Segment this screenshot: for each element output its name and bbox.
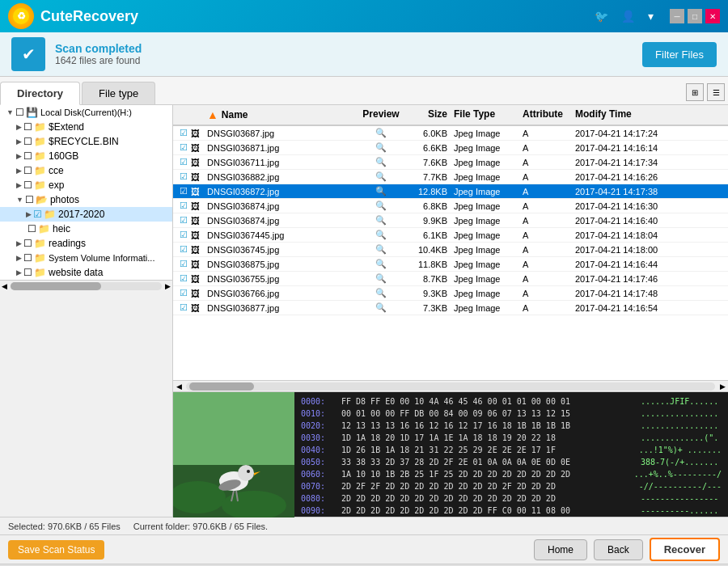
- grid-view-button[interactable]: ⊞: [686, 83, 704, 101]
- home-button[interactable]: Home: [534, 539, 587, 560]
- table-row[interactable]: ☑ 🖼 DNSGI036874.jpg 🔍 9.9KB Jpeg Image A…: [173, 213, 728, 228]
- file-preview[interactable]: 🔍: [357, 288, 405, 298]
- scan-subtitle: 1642 files are found: [55, 55, 642, 66]
- tab-directory[interactable]: Directory: [0, 82, 80, 105]
- preview-icon[interactable]: 🔍: [375, 157, 387, 167]
- preview-icon[interactable]: 🔍: [375, 142, 387, 152]
- file-icon: 🖼: [191, 129, 207, 138]
- minimize-button[interactable]: ─: [670, 9, 684, 23]
- file-list-hscroll[interactable]: ◀ ▶: [173, 380, 728, 391]
- file-preview[interactable]: 🔍: [357, 230, 405, 240]
- file-preview[interactable]: 🔍: [357, 215, 405, 226]
- preview-icon[interactable]: 🔍: [375, 128, 387, 137]
- tree-item-readings[interactable]: ▶ ☐ 📁 readings: [0, 236, 172, 251]
- table-row[interactable]: ☑ 🖼 DNSGI036745.jpg 🔍 10.4KB Jpeg Image …: [173, 243, 728, 257]
- sidebar-scrollbar[interactable]: ◀ ▶: [0, 280, 172, 291]
- file-preview[interactable]: 🔍: [357, 244, 405, 255]
- tree-item-system-volume[interactable]: ▶ ☐ 📁 System Volume Informati...: [0, 251, 172, 265]
- col-header-name[interactable]: ▲ Name: [207, 108, 357, 121]
- col-header-preview[interactable]: Preview: [357, 108, 405, 121]
- preview-icon[interactable]: 🔍: [375, 171, 387, 181]
- back-button[interactable]: Back: [594, 539, 643, 560]
- row-checkbox[interactable]: ☑: [173, 171, 191, 182]
- tab-filetype[interactable]: File type: [82, 82, 155, 104]
- tree-item-heic[interactable]: ☐ 📁 heic: [0, 222, 172, 236]
- file-preview[interactable]: 🔍: [357, 157, 405, 167]
- row-checkbox[interactable]: ☑: [173, 157, 191, 167]
- scroll-right-arrow[interactable]: ▶: [163, 282, 172, 290]
- file-modify: 2017-04-21 14:16:26: [575, 172, 692, 182]
- tree-item-2017-2020[interactable]: ▶ ☑ 📁 2017-2020: [0, 207, 172, 222]
- twitter-icon[interactable]: 🐦: [591, 8, 612, 24]
- file-preview[interactable]: 🔍: [357, 259, 405, 269]
- row-checkbox[interactable]: ☑: [173, 128, 191, 138]
- tree-item-extend[interactable]: ▶ ☐ 📁 $Extend: [0, 120, 172, 134]
- recover-button[interactable]: Recover: [650, 538, 720, 561]
- hscroll-track[interactable]: [186, 382, 715, 391]
- tree-item-recycle[interactable]: ▶ ☐ 📁 $RECYCLE.BIN: [0, 134, 172, 149]
- table-row[interactable]: ☑ 🖼 DNSGI036877.jpg 🔍 7.3KB Jpeg Image A…: [173, 301, 728, 315]
- col-header-attr[interactable]: Attribute: [523, 108, 575, 121]
- file-preview[interactable]: 🔍: [357, 186, 405, 196]
- filter-files-button[interactable]: Filter Files: [642, 42, 717, 67]
- row-checkbox[interactable]: ☑: [173, 244, 191, 255]
- file-preview[interactable]: 🔍: [357, 142, 405, 153]
- table-row[interactable]: ☑ 🖼 DNSGI036874.jpg 🔍 6.8KB Jpeg Image A…: [173, 199, 728, 213]
- sidebar-scroll-thumb[interactable]: [11, 282, 101, 290]
- preview-icon[interactable]: 🔍: [375, 259, 387, 268]
- tree-item-cce[interactable]: ▶ ☐ 📁 cce: [0, 163, 172, 178]
- row-checkbox[interactable]: ☑: [173, 273, 191, 284]
- preview-icon[interactable]: 🔍: [375, 186, 387, 196]
- file-preview[interactable]: 🔍: [357, 171, 405, 182]
- col-header-size[interactable]: Size: [405, 108, 454, 121]
- preview-icon[interactable]: 🔍: [375, 201, 387, 210]
- facebook-icon[interactable]: 👤: [618, 8, 638, 24]
- hscroll-left-arrow[interactable]: ◀: [173, 382, 184, 391]
- scroll-left-arrow[interactable]: ◀: [0, 282, 9, 290]
- file-preview[interactable]: 🔍: [357, 273, 405, 284]
- table-row[interactable]: ☑ 🖼 DNSGI036875.jpg 🔍 11.8KB Jpeg Image …: [173, 257, 728, 272]
- preview-icon[interactable]: 🔍: [375, 215, 387, 225]
- preview-icon[interactable]: 🔍: [375, 273, 387, 283]
- col-header-type[interactable]: File Type: [454, 108, 523, 121]
- row-checkbox[interactable]: ☑: [173, 230, 191, 240]
- tree-item-exp[interactable]: ▶ ☐ 📁 exp: [0, 178, 172, 192]
- maximize-button[interactable]: □: [688, 9, 702, 23]
- col-header-modify[interactable]: Modify Time: [575, 108, 692, 121]
- preview-icon[interactable]: 🔍: [375, 302, 387, 312]
- table-row[interactable]: ☑ 🖼 DNSGI036882.jpg 🔍 7.7KB Jpeg Image A…: [173, 170, 728, 184]
- hex-ascii: ................: [641, 420, 722, 432]
- row-checkbox[interactable]: ☑: [173, 201, 191, 211]
- tree-item-photos[interactable]: ▼ ☐ 📂 photos: [0, 192, 172, 207]
- preview-icon[interactable]: 🔍: [375, 230, 387, 239]
- file-preview[interactable]: 🔍: [357, 128, 405, 138]
- table-row[interactable]: ☑ 🖼 DNSGI03687.jpg 🔍 6.0KB Jpeg Image A …: [173, 126, 728, 141]
- row-checkbox[interactable]: ☑: [173, 259, 191, 269]
- row-checkbox[interactable]: ☑: [173, 142, 191, 153]
- hscroll-thumb[interactable]: [189, 382, 254, 391]
- tree-item-website-data[interactable]: ▶ ☐ 📁 website data: [0, 265, 172, 280]
- table-row[interactable]: ☑ 🖼 DNSGI036766.jpg 🔍 9.3KB Jpeg Image A…: [173, 286, 728, 301]
- list-view-button[interactable]: ☰: [707, 83, 725, 101]
- file-preview[interactable]: 🔍: [357, 201, 405, 211]
- row-checkbox[interactable]: ☑: [173, 215, 191, 226]
- file-attr: A: [523, 274, 575, 284]
- preview-icon[interactable]: 🔍: [375, 244, 387, 254]
- table-row[interactable]: ☑ 🖼 DNSGI036872.jpg 🔍 12.8KB Jpeg Image …: [173, 184, 728, 199]
- row-checkbox[interactable]: ☑: [173, 186, 191, 196]
- sidebar-scroll-track[interactable]: [11, 282, 162, 290]
- table-row[interactable]: ☑ 🖼 DNSGI036871.jpg 🔍 6.6KB Jpeg Image A…: [173, 141, 728, 155]
- row-checkbox[interactable]: ☑: [173, 302, 191, 313]
- tree-item-160gb[interactable]: ▶ ☐ 📁 160GB: [0, 149, 172, 163]
- tree-root[interactable]: ▼ ☐ 💾 Local Disk(Current)(H:): [0, 105, 172, 120]
- table-row[interactable]: ☑ 🖼 DNSGI0367445.jpg 🔍 6.1KB Jpeg Image …: [173, 228, 728, 243]
- row-checkbox[interactable]: ☑: [173, 288, 191, 298]
- file-preview[interactable]: 🔍: [357, 302, 405, 313]
- preview-icon[interactable]: 🔍: [375, 288, 387, 298]
- close-button[interactable]: ✕: [705, 9, 720, 23]
- hscroll-right-arrow[interactable]: ▶: [717, 382, 728, 391]
- wifi-icon[interactable]: ▾: [645, 8, 657, 24]
- table-row[interactable]: ☑ 🖼 DNSGI036711.jpg 🔍 7.6KB Jpeg Image A…: [173, 155, 728, 170]
- save-scan-button[interactable]: Save Scan Status: [8, 540, 104, 560]
- table-row[interactable]: ☑ 🖼 DNSGI036755.jpg 🔍 8.7KB Jpeg Image A…: [173, 272, 728, 286]
